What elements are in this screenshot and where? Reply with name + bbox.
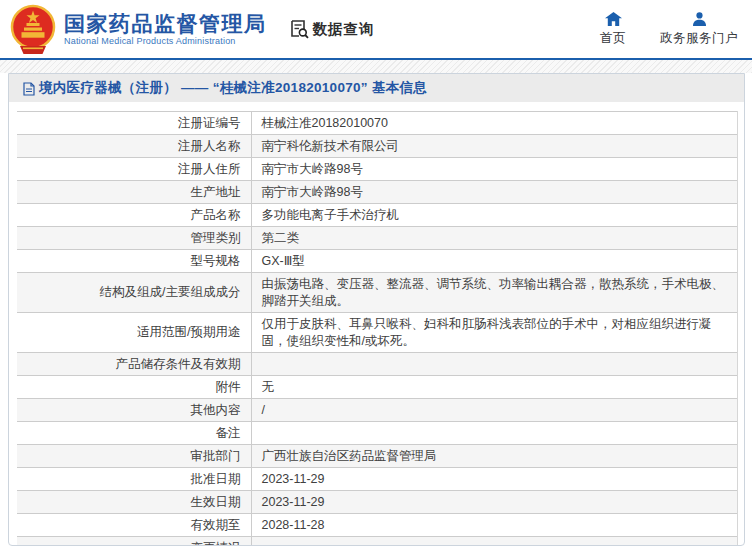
- row-value: 南宁科伦新技术有限公司: [251, 135, 738, 158]
- row-label: 管理类别: [17, 227, 251, 250]
- table-row: 生产地址南宁市大岭路98号: [17, 181, 738, 204]
- table-row: 产品储存条件及有效期: [17, 353, 738, 376]
- row-value: [251, 537, 738, 547]
- row-value: 多功能电离子手术治疗机: [251, 204, 738, 227]
- row-label: 产品名称: [17, 204, 251, 227]
- table-row: 注册人名称南宁科伦新技术有限公司: [17, 135, 738, 158]
- table-row: 批准日期2023-11-29: [17, 468, 738, 491]
- table-row: 生效日期2023-11-29: [17, 491, 738, 514]
- table-row: 备注: [17, 422, 738, 445]
- document-search-icon: [289, 19, 309, 39]
- nav-portal-label: 政务服务门户: [660, 30, 738, 47]
- row-value: 南宁市大岭路98号: [251, 158, 738, 181]
- data-query-nav[interactable]: 数据查询: [289, 19, 375, 39]
- page-title: 境内医疗器械（注册） —— “桂械注准20182010070” 基本信息: [39, 79, 427, 97]
- row-label: 审批部门: [17, 445, 251, 468]
- hatch-divider: [0, 60, 752, 73]
- row-label: 其他内容: [17, 399, 251, 422]
- row-label: 备注: [17, 422, 251, 445]
- nav-gov-portal[interactable]: 政务服务门户: [660, 12, 738, 47]
- row-value: 2028-11-28: [251, 514, 738, 537]
- row-value: 由振荡电路、变压器、整流器、调节系统、功率输出耦合器，散热系统，手术电极、脚踏开…: [251, 273, 738, 313]
- row-label: 型号规格: [17, 250, 251, 273]
- info-table-wrap: 注册证编号桂械注准20182010070注册人名称南宁科伦新技术有限公司注册人住…: [9, 102, 744, 546]
- row-label: 生产地址: [17, 181, 251, 204]
- row-label: 注册人住所: [17, 158, 251, 181]
- row-label: 注册人名称: [17, 135, 251, 158]
- row-label: 适用范围/预期用途: [17, 313, 251, 353]
- table-row: 产品名称多功能电离子手术治疗机: [17, 204, 738, 227]
- table-row: 型号规格GX-Ⅲ型: [17, 250, 738, 273]
- person-icon: [692, 12, 707, 26]
- data-query-label: 数据查询: [313, 20, 375, 39]
- table-row: 有效期至2028-11-28: [17, 514, 738, 537]
- table-row: 结构及组成/主要组成成分由振荡电路、变压器、整流器、调节系统、功率输出耦合器，散…: [17, 273, 738, 313]
- table-row: 审批部门广西壮族自治区药品监督管理局: [17, 445, 738, 468]
- row-label: 产品储存条件及有效期: [17, 353, 251, 376]
- row-value: /: [251, 399, 738, 422]
- row-label: 有效期至: [17, 514, 251, 537]
- nav-home[interactable]: 首页: [600, 12, 626, 47]
- row-label: 注册证编号: [17, 112, 251, 135]
- row-value: [251, 353, 738, 376]
- national-emblem-logo: [10, 4, 56, 56]
- table-row: 附件无: [17, 376, 738, 399]
- info-table-body: 注册证编号桂械注准20182010070注册人名称南宁科伦新技术有限公司注册人住…: [17, 112, 738, 547]
- row-label: 结构及组成/主要组成成分: [17, 273, 251, 313]
- table-row: 其他内容/: [17, 399, 738, 422]
- agency-name-zh: 国家药品监督管理局: [64, 13, 267, 34]
- agency-name-en: National Medical Products Administration: [64, 37, 267, 46]
- table-row: 变更情况: [17, 537, 738, 547]
- row-label: 生效日期: [17, 491, 251, 514]
- content-container: 境内医疗器械（注册） —— “桂械注准20182010070” 基本信息 注册证…: [8, 73, 745, 546]
- table-row: 适用范围/预期用途仅用于皮肤科、耳鼻只喉科、妇科和肛肠科浅表部位的手术中，对相应…: [17, 313, 738, 353]
- row-value: 广西壮族自治区药品监督管理局: [251, 445, 738, 468]
- site-header: 国家药品监督管理局 National Medical Products Admi…: [0, 0, 752, 60]
- row-value: 2023-11-29: [251, 491, 738, 514]
- table-row: 管理类别第二类: [17, 227, 738, 250]
- nav-home-label: 首页: [600, 30, 626, 47]
- row-value: [251, 422, 738, 445]
- document-icon: [23, 82, 35, 96]
- row-label: 附件: [17, 376, 251, 399]
- row-label: 变更情况: [17, 537, 251, 547]
- table-row: 注册人住所南宁市大岭路98号: [17, 158, 738, 181]
- row-value: 无: [251, 376, 738, 399]
- row-value: 2023-11-29: [251, 468, 738, 491]
- row-label: 批准日期: [17, 468, 251, 491]
- row-value: 桂械注准20182010070: [251, 112, 738, 135]
- table-row: 注册证编号桂械注准20182010070: [17, 112, 738, 135]
- row-value: GX-Ⅲ型: [251, 250, 738, 273]
- row-value: 第二类: [251, 227, 738, 250]
- page-title-bar: 境内医疗器械（注册） —— “桂械注准20182010070” 基本信息: [9, 74, 744, 102]
- row-value: 仅用于皮肤科、耳鼻只喉科、妇科和肛肠科浅表部位的手术中，对相应组织进行凝固，使组…: [251, 313, 738, 353]
- row-value: 南宁市大岭路98号: [251, 181, 738, 204]
- agency-logo-text: 国家药品监督管理局 National Medical Products Admi…: [64, 13, 267, 46]
- home-icon: [605, 12, 622, 26]
- info-table: 注册证编号桂械注准20182010070注册人名称南宁科伦新技术有限公司注册人住…: [17, 111, 738, 546]
